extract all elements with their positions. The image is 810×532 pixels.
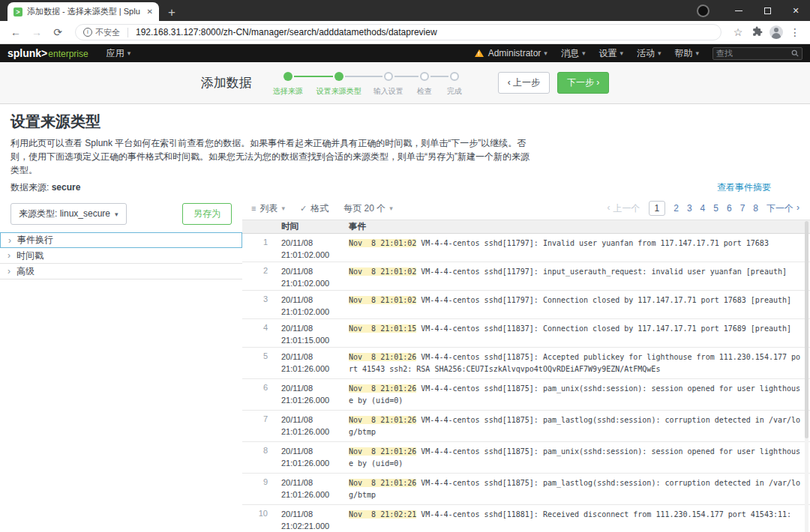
timestamp-highlight: Nov 8 21:01:15 xyxy=(349,324,416,333)
event-preview-panel: ≡ 列表 ▾ ✓ 格式 每页 20 个 ▾ ‹ 上一个 12345678 下一个 xyxy=(242,197,810,532)
table-row: 2 20/11/0821:01:02.000 Nov 8 21:01:02 VM… xyxy=(242,262,810,291)
warning-icon: ! xyxy=(475,49,484,57)
page-button-3[interactable]: 3 xyxy=(687,203,692,214)
timestamp-highlight: Nov 8 21:01:02 xyxy=(349,267,416,276)
row-event: Nov 8 21:01:26 VM-4-4-centos sshd[11875]… xyxy=(347,442,810,473)
reload-icon[interactable]: ⟳ xyxy=(50,26,66,38)
wizard-step-circle xyxy=(450,72,459,81)
events-toolbar: ≡ 列表 ▾ ✓ 格式 每页 20 个 ▾ ‹ 上一个 12345678 下一个 xyxy=(242,197,810,220)
view-event-summary-link[interactable]: 查看事件摘要 xyxy=(717,181,771,194)
back-icon[interactable]: ← xyxy=(8,26,24,38)
extensions-puzzle-icon[interactable] xyxy=(750,26,765,39)
accordion-section-1[interactable]: ›时间戳 xyxy=(0,248,242,264)
sourcetype-dropdown[interactable]: 来源类型: linux_secure ▾ xyxy=(10,203,127,225)
page-head: 设置来源类型 利用此页可以查看 Splunk 平台如何在索引前查看您的数据。如果… xyxy=(0,104,810,194)
browser-tabstrip: > 添加数据 - 选择来源类型 | Splu ✕ + ✕ xyxy=(0,0,810,21)
save-as-button[interactable]: 另存为 xyxy=(182,203,232,225)
accordion-section-2[interactable]: ›高级 xyxy=(0,264,242,279)
previous-step-button[interactable]: ‹ 上一步 xyxy=(498,72,550,94)
tab-close-icon[interactable]: ✕ xyxy=(147,7,153,16)
profile-avatar-icon[interactable] xyxy=(770,25,783,39)
wizard-step-circle xyxy=(334,72,344,81)
row-number: 2 xyxy=(242,262,278,290)
row-event: Nov 8 21:01:26 VM-4-4-centos sshd[11875]… xyxy=(347,411,810,441)
bookmark-star-icon[interactable]: ☆ xyxy=(730,26,746,38)
accordion-section-0[interactable]: ›事件换行 xyxy=(0,232,242,248)
page-button-8[interactable]: 8 xyxy=(753,203,758,214)
browser-menu-icon[interactable]: ⋮ xyxy=(788,26,802,38)
row-time: 20/11/0821:02:21.000 xyxy=(278,505,347,532)
caret-down-icon: ▾ xyxy=(389,205,393,212)
forward-icon[interactable]: → xyxy=(28,26,45,38)
left-sections: ›事件换行›时间戳›高级 xyxy=(0,232,242,279)
list-icon: ≡ xyxy=(251,204,256,213)
settings-menu[interactable]: 设置▾ xyxy=(598,47,623,60)
page-button-2[interactable]: 2 xyxy=(674,203,679,214)
wizard-step-connector xyxy=(294,76,333,77)
pagination-prev[interactable]: ‹ 上一个 xyxy=(608,202,640,215)
data-source-text: 数据来源: secure xyxy=(10,181,80,194)
window-close-button[interactable]: ✕ xyxy=(782,0,810,21)
row-event: Nov 8 21:01:26 VM-4-4-centos sshd[11875]… xyxy=(347,348,810,378)
apps-menu[interactable]: 应用▾ xyxy=(106,47,131,60)
page-button-7[interactable]: 7 xyxy=(740,203,746,214)
data-source-value: secure xyxy=(52,182,81,193)
wizard-step-label: 输入设置 xyxy=(374,86,404,97)
add-data-wizard-bar: 添加数据 选择来源设置来源类型输入设置检查完成 ‹ 上一步 下一步 › xyxy=(0,62,810,104)
chevron-right-icon: › xyxy=(8,250,10,261)
table-row: 6 20/11/0821:01:26.000 Nov 8 21:01:26 VM… xyxy=(242,379,810,411)
help-menu[interactable]: 帮助▾ xyxy=(674,47,699,60)
row-time: 20/11/0821:01:02.000 xyxy=(278,262,347,290)
page-button-1[interactable]: 1 xyxy=(649,201,666,216)
row-number: 10 xyxy=(242,505,278,532)
security-chip[interactable]: i 不安全 xyxy=(83,27,120,38)
wizard-title: 添加数据 xyxy=(201,74,252,91)
page-button-6[interactable]: 6 xyxy=(727,203,732,214)
check-icon: ✓ xyxy=(300,204,307,214)
security-label: 不安全 xyxy=(95,27,120,38)
page-title: 设置来源类型 xyxy=(10,112,800,132)
administrator-menu[interactable]: ! Administrator▾ xyxy=(475,48,548,58)
timestamp-highlight: Nov 8 21:02:21 xyxy=(349,510,416,519)
row-time: 20/11/0821:01:26.000 xyxy=(278,474,347,504)
wizard-step-label: 检查 xyxy=(417,86,432,97)
find-searchbox[interactable] xyxy=(712,47,802,60)
splunk-logo: splunk>enterprise xyxy=(8,47,88,59)
left-panel: 来源类型: linux_secure ▾ 另存为 ›事件换行›时间戳›高级 xyxy=(0,197,242,279)
page-button-4[interactable]: 4 xyxy=(700,203,706,214)
wizard-step-circle xyxy=(420,72,429,81)
per-page-dropdown[interactable]: 每页 20 个 ▾ xyxy=(344,202,393,215)
pagination: ‹ 上一个 12345678 下一个 › xyxy=(608,201,800,216)
caret-down-icon: ▾ xyxy=(281,205,285,212)
row-number: 4 xyxy=(242,319,278,347)
activity-menu[interactable]: 活动▾ xyxy=(637,47,662,60)
window-minimize-button[interactable] xyxy=(724,0,753,21)
browser-profile-icon[interactable] xyxy=(697,4,710,17)
page-description: 利用此页可以查看 Splunk 平台如何在索引前查看您的数据。如果事件看起来正确… xyxy=(10,136,536,177)
window-maximize-button[interactable] xyxy=(753,0,782,21)
find-input[interactable] xyxy=(716,49,791,58)
browser-tab[interactable]: > 添加数据 - 选择来源类型 | Splu ✕ xyxy=(8,2,159,21)
view-mode-dropdown[interactable]: ≡ 列表 ▾ xyxy=(251,202,285,215)
splunk-header-bar: splunk>enterprise 应用▾ ! Administrator▾ 消… xyxy=(0,44,810,62)
row-number: 8 xyxy=(242,442,278,473)
table-row: 3 20/11/0821:01:02.000 Nov 8 21:01:02 VM… xyxy=(242,291,810,319)
next-step-button[interactable]: 下一步 › xyxy=(557,72,609,94)
event-table-header: 时间 事件 xyxy=(242,220,810,234)
table-row: 5 20/11/0821:01:26.000 Nov 8 21:01:26 VM… xyxy=(242,348,810,379)
vertical-scrollbar[interactable] xyxy=(805,221,808,532)
column-event: 事件 xyxy=(347,221,810,232)
timestamp-highlight: Nov 8 21:01:26 xyxy=(349,479,416,487)
format-dropdown[interactable]: ✓ 格式 xyxy=(300,202,328,215)
url-bar[interactable]: i 不安全 192.168.31.127:8000/zh-CN/manager/… xyxy=(75,24,722,40)
pagination-next[interactable]: 下一个 › xyxy=(766,202,800,215)
row-number: 1 xyxy=(242,234,278,262)
timestamp-highlight: Nov 8 21:01:26 xyxy=(349,384,416,393)
row-event: Nov 8 21:01:15 VM-4-4-centos sshd[11837]… xyxy=(347,319,810,347)
messages-menu[interactable]: 消息▾ xyxy=(561,47,586,60)
browser-addressbar: ← → ⟳ i 不安全 192.168.31.127:8000/zh-CN/ma… xyxy=(0,21,810,44)
wizard-step-connector xyxy=(345,76,382,77)
scrollbar-thumb[interactable] xyxy=(805,221,808,438)
page-button-5[interactable]: 5 xyxy=(713,203,718,214)
new-tab-button[interactable]: + xyxy=(168,6,176,19)
